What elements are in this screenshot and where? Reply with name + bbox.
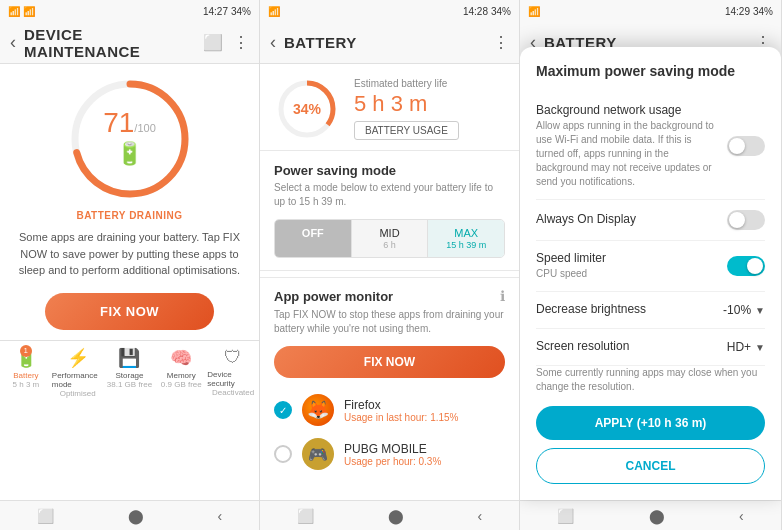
status-bar-3: 📶 14:29 34% [520,0,781,22]
circle-score-center: 71/100 🔋 [103,107,156,167]
mode-mid-btn[interactable]: MID 6 h [352,220,429,257]
battery-3: 34% [753,6,773,17]
speed-limiter-info: Speed limiter CPU speed [536,251,719,281]
nav-icons-1: ⬜ ⋮ [203,33,249,52]
cancel-button[interactable]: CANCEL [536,448,765,484]
back-button-1[interactable]: ‹ [10,32,16,53]
app-monitor-section: App power monitor ℹ Tap FIX NOW to stop … [260,277,519,486]
recent-btn-2[interactable]: ⬜ [297,508,314,524]
pubg-usage: Usage per hour: 0.3% [344,456,505,467]
battery-nav-sub: 5 h 3 m [13,380,40,389]
bottom-nav-1: 1 🔋 Battery 5 h 3 m ⚡ Performance mode O… [0,340,259,402]
firefox-icon: 🦊 [302,394,334,426]
back-button-2[interactable]: ‹ [270,32,276,53]
nav-storage[interactable]: 💾 Storage 38.1 GB free [104,347,156,398]
nav-security[interactable]: 🛡 Device security Deactivated [207,347,259,398]
time-3: 14:29 [725,6,750,17]
est-time: 5 h 3 m [354,91,459,117]
back-sys-btn-1[interactable]: ‹ [217,508,222,524]
security-nav-sub: Deactivated [212,388,254,397]
firefox-name: Firefox [344,398,505,412]
memory-nav-label: Memory [167,371,196,380]
mode-max-label: MAX [432,227,500,239]
pubg-name: PUBG MOBILE [344,442,505,456]
mode-max-btn[interactable]: MAX 15 h 39 m [428,220,504,257]
always-on-info: Always On Display [536,212,719,228]
battery-badge: 1 [20,345,32,357]
monitor-header: App power monitor ℹ [274,288,505,304]
bg-network-info: Background network usage Allow apps runn… [536,103,719,189]
fix-now-button-2[interactable]: FIX NOW [274,346,505,378]
bg-network-toggle[interactable] [727,136,765,156]
status-right-2: 14:28 34% [463,6,511,17]
nav-memory[interactable]: 🧠 Memory 0.9 GB free [155,347,207,398]
mode-off-btn[interactable]: OFF [275,220,352,257]
mode-selector: OFF MID 6 h MAX 15 h 39 m [274,219,505,258]
brightness-arrow: ▼ [755,305,765,316]
status-left-2: 📶 [268,6,280,17]
perf-nav-sub: Optimised [60,389,96,398]
wifi-icon: 📶 [23,6,35,17]
time-1: 14:27 [203,6,228,17]
setting-resolution: Screen resolution HD+ ▼ [536,329,765,366]
nav-icons-2: ⋮ [493,33,509,52]
always-on-toggle[interactable] [727,210,765,230]
pubg-info: PUBG MOBILE Usage per hour: 0.3% [344,442,505,467]
more-icon-2[interactable]: ⋮ [493,33,509,52]
resolution-name: Screen resolution [536,339,719,353]
description-text: Some apps are draining your battery. Tap… [0,229,259,279]
back-sys-btn-2[interactable]: ‹ [477,508,482,524]
nav-battery[interactable]: 1 🔋 Battery 5 h 3 m [0,347,52,398]
firefox-info: Firefox Usage in last hour: 1.15% [344,398,505,423]
panel2-battery: 📶 14:28 34% ‹ BATTERY ⋮ 34% Estimated ba… [260,0,520,530]
status-left-3: 📶 [528,6,540,17]
resolution-info: Screen resolution [536,339,719,355]
nav-performance[interactable]: ⚡ Performance mode Optimised [52,347,104,398]
home-btn-3[interactable]: ⬤ [649,508,665,524]
battery-usage-button[interactable]: BATTERY USAGE [354,121,459,140]
back-sys-btn-3[interactable]: ‹ [739,508,744,524]
panel1-main-content: 71/100 🔋 BATTERY DRAINING Some apps are … [0,64,259,500]
battery-pct-circle: 34% [276,78,338,140]
sys-nav-1: ⬜ ⬤ ‹ [0,500,259,530]
speed-limiter-toggle[interactable] [727,256,765,276]
firefox-checkbox[interactable]: ✓ [274,401,292,419]
resolution-value: HD+ [727,340,751,354]
time-2: 14:28 [463,6,488,17]
apply-button[interactable]: APPLY (+10 h 36 m) [536,406,765,440]
document-icon[interactable]: ⬜ [203,33,223,52]
battery-pct-value: 34% [293,101,321,117]
setting-bg-network: Background network usage Allow apps runn… [536,93,765,200]
storage-nav-sub: 38.1 GB free [107,380,152,389]
speed-limiter-desc: CPU speed [536,267,719,281]
info-icon: ℹ [500,288,505,304]
panel2-main-content: 34% Estimated battery life 5 h 3 m BATTE… [260,64,519,500]
home-btn-1[interactable]: ⬤ [128,508,144,524]
resolution-dropdown[interactable]: HD+ ▼ [727,340,765,354]
pubg-checkbox[interactable] [274,445,292,463]
security-nav-icon: 🛡 [224,347,242,368]
nav-bar-2: ‹ BATTERY ⋮ [260,22,519,64]
resolution-note: Some currently running apps may close wh… [536,366,765,394]
fix-now-button[interactable]: FIX NOW [45,293,214,330]
status-right-3: 14:29 34% [725,6,773,17]
status-bar-1: 📶 📶 14:27 34% [0,0,259,22]
memory-nav-icon: 🧠 [170,347,192,369]
security-nav-label: Device security [207,370,259,388]
pubg-icon: 🎮 [302,438,334,470]
battery-score-circle: 71/100 🔋 [65,74,195,204]
recent-btn-3[interactable]: ⬜ [557,508,574,524]
bg-network-name: Background network usage [536,103,719,117]
more-icon[interactable]: ⋮ [233,33,249,52]
signal-icon: 📶 [8,6,20,17]
recent-btn-1[interactable]: ⬜ [37,508,54,524]
status-left-1: 📶 📶 [8,6,35,17]
draining-label: BATTERY DRAINING [76,210,182,221]
power-saving-section: Power saving mode Select a mode below to… [260,150,519,271]
battery-alert-icon: 🔋 [103,141,156,167]
brightness-dropdown[interactable]: -10% ▼ [723,303,765,317]
max-power-overlay: Maximum power saving mode Background net… [520,47,781,500]
mode-mid-label: MID [356,227,424,239]
home-btn-2[interactable]: ⬤ [388,508,404,524]
sys-nav-2: ⬜ ⬤ ‹ [260,500,519,530]
